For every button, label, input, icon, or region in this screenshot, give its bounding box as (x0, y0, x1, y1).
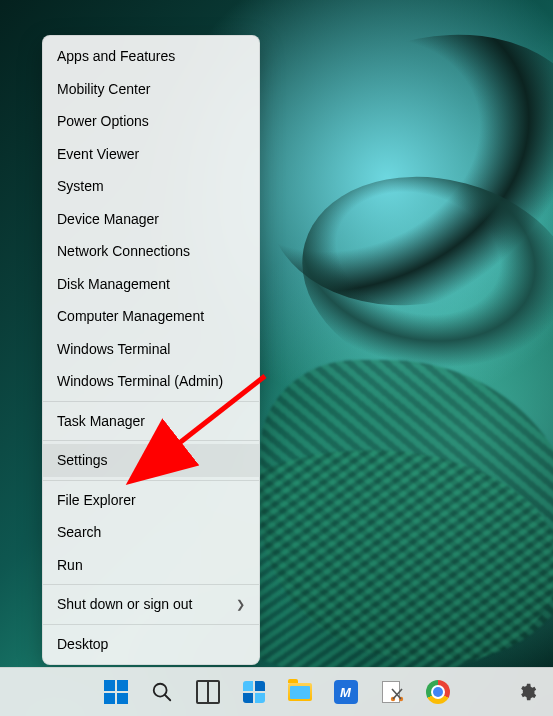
menu-item-label: Power Options (57, 113, 149, 129)
menu-item-label: Run (57, 557, 83, 573)
chrome-icon (426, 680, 450, 704)
menu-item-label: Task Manager (57, 413, 145, 429)
menu-separator (43, 440, 259, 441)
task-view-icon (196, 680, 220, 704)
menu-item-shut-down-or-sign-out[interactable]: Shut down or sign out❯ (43, 588, 259, 621)
taskbar-search-button[interactable] (142, 672, 182, 712)
menu-item-network-connections[interactable]: Network Connections (43, 235, 259, 268)
menu-item-label: System (57, 178, 104, 194)
menu-item-mobility-center[interactable]: Mobility Center (43, 73, 259, 106)
menu-item-label: Shut down or sign out (57, 596, 192, 612)
menu-separator (43, 480, 259, 481)
file-explorer-icon (288, 683, 312, 701)
menu-item-device-manager[interactable]: Device Manager (43, 203, 259, 236)
menu-item-windows-terminal[interactable]: Windows Terminal (43, 333, 259, 366)
desktop-wallpaper: Apps and FeaturesMobility CenterPower Op… (0, 0, 553, 716)
task-view-button[interactable] (188, 672, 228, 712)
snipping-tool-button[interactable] (372, 672, 412, 712)
app-tile-letter: M (340, 685, 351, 700)
chrome-button[interactable] (418, 672, 458, 712)
menu-item-disk-management[interactable]: Disk Management (43, 268, 259, 301)
menu-item-label: Network Connections (57, 243, 190, 259)
winx-context-menu: Apps and FeaturesMobility CenterPower Op… (42, 35, 260, 665)
menu-item-label: Event Viewer (57, 146, 139, 162)
file-explorer-button[interactable] (280, 672, 320, 712)
menu-separator (43, 584, 259, 585)
menu-item-label: Device Manager (57, 211, 159, 227)
menu-item-settings[interactable]: Settings (43, 444, 259, 477)
menu-separator (43, 401, 259, 402)
menu-item-search[interactable]: Search (43, 516, 259, 549)
start-button[interactable] (96, 672, 136, 712)
widgets-button[interactable] (234, 672, 274, 712)
windows-logo-icon (104, 680, 128, 704)
tray-settings-button[interactable] (507, 672, 547, 712)
pinned-app-m-button[interactable]: M (326, 672, 366, 712)
menu-item-computer-management[interactable]: Computer Management (43, 300, 259, 333)
menu-item-label: Desktop (57, 636, 108, 652)
menu-item-apps-and-features[interactable]: Apps and Features (43, 40, 259, 73)
menu-item-label: File Explorer (57, 492, 136, 508)
menu-item-label: Mobility Center (57, 81, 150, 97)
menu-item-label: Apps and Features (57, 48, 175, 64)
menu-item-label: Computer Management (57, 308, 204, 324)
menu-item-label: Windows Terminal (Admin) (57, 373, 223, 389)
snipping-tool-icon (379, 681, 405, 703)
taskbar: M (0, 667, 553, 716)
menu-item-windows-terminal-admin[interactable]: Windows Terminal (Admin) (43, 365, 259, 398)
widgets-icon (243, 681, 265, 703)
menu-item-event-viewer[interactable]: Event Viewer (43, 138, 259, 171)
app-tile-icon: M (334, 680, 358, 704)
menu-item-label: Search (57, 524, 101, 540)
menu-item-run[interactable]: Run (43, 549, 259, 582)
menu-separator (43, 624, 259, 625)
chevron-right-icon: ❯ (236, 598, 245, 611)
menu-item-system[interactable]: System (43, 170, 259, 203)
menu-item-label: Disk Management (57, 276, 170, 292)
menu-item-label: Windows Terminal (57, 341, 170, 357)
svg-line-2 (164, 695, 170, 701)
menu-item-desktop[interactable]: Desktop (43, 628, 259, 661)
menu-item-label: Settings (57, 452, 108, 468)
gear-icon (517, 682, 537, 702)
menu-item-file-explorer[interactable]: File Explorer (43, 484, 259, 517)
menu-item-power-options[interactable]: Power Options (43, 105, 259, 138)
menu-item-task-manager[interactable]: Task Manager (43, 405, 259, 438)
search-icon (151, 681, 173, 703)
